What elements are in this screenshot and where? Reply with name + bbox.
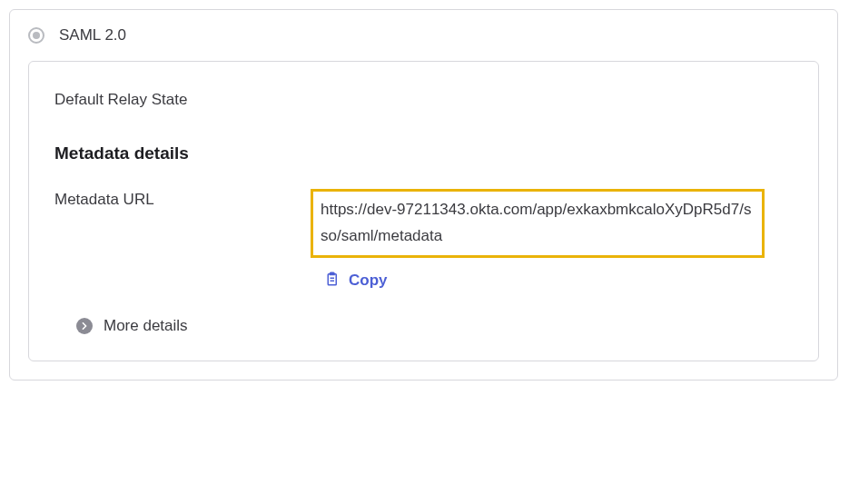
chevron-right-icon bbox=[76, 318, 93, 334]
details-panel: Default Relay State Metadata details Met… bbox=[28, 61, 819, 361]
relay-state-label: Default Relay State bbox=[54, 89, 311, 109]
copy-label: Copy bbox=[349, 272, 388, 290]
relay-state-row: Default Relay State bbox=[54, 89, 793, 109]
metadata-url-value[interactable]: https://dev-97211343.okta.com/app/exkaxb… bbox=[311, 189, 765, 258]
metadata-heading: Metadata details bbox=[54, 143, 793, 163]
svg-rect-0 bbox=[328, 274, 336, 285]
metadata-url-label: Metadata URL bbox=[54, 189, 311, 209]
metadata-url-row: Metadata URL https://dev-97211343.okta.c… bbox=[54, 189, 793, 292]
saml-config-card: SAML 2.0 Default Relay State Metadata de… bbox=[9, 9, 838, 380]
copy-button[interactable]: Copy bbox=[323, 271, 793, 292]
protocol-label: SAML 2.0 bbox=[59, 26, 126, 44]
radio-selected-icon bbox=[28, 27, 44, 44]
protocol-radio-row[interactable]: SAML 2.0 bbox=[28, 26, 819, 44]
more-details-toggle[interactable]: More details bbox=[76, 317, 793, 335]
more-details-label: More details bbox=[104, 317, 188, 335]
clipboard-icon bbox=[323, 271, 340, 292]
